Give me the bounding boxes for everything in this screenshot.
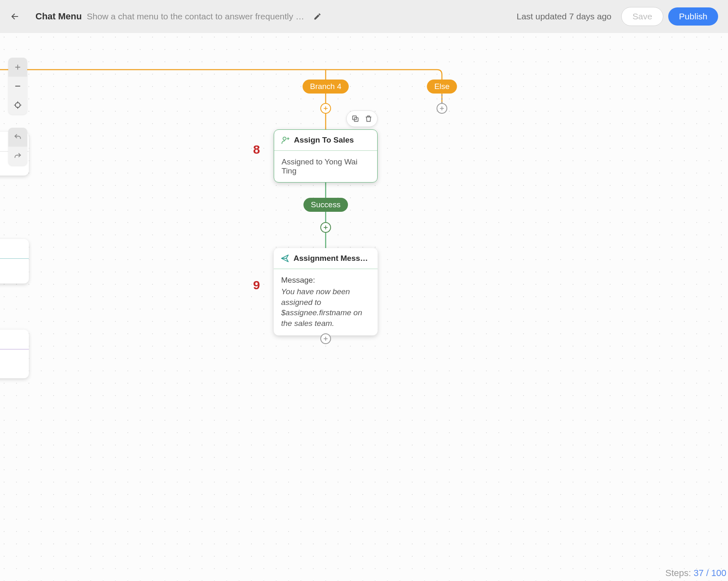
user-assign-icon [281, 136, 290, 145]
publish-button[interactable]: Publish [668, 7, 718, 26]
zoom-controls [8, 58, 27, 115]
recenter-button[interactable] [8, 96, 27, 115]
last-updated-text: Last updated 7 days ago [517, 12, 611, 21]
partial-node-body [0, 259, 29, 283]
partial-node-header: ns Im… [0, 239, 29, 259]
partial-node-body [0, 349, 29, 378]
send-icon [280, 254, 289, 263]
step-number: 9 [253, 278, 260, 292]
partial-node-card[interactable]: s Tag [0, 330, 29, 378]
status-pill-success: Success [303, 198, 348, 212]
message-text: You have now been assigned to $assignee.… [281, 286, 370, 329]
partial-node-header: s Tag [0, 330, 29, 349]
node-actions [346, 110, 378, 127]
add-step-button[interactable] [320, 333, 331, 344]
history-controls [8, 128, 27, 166]
back-arrow-icon[interactable] [10, 12, 20, 21]
zoom-out-button[interactable] [8, 77, 27, 96]
add-step-button[interactable] [320, 222, 331, 233]
trash-icon[interactable] [364, 115, 373, 123]
redo-button[interactable] [8, 147, 27, 166]
branch-pill-else[interactable]: Else [427, 80, 457, 94]
save-button[interactable]: Save [621, 7, 663, 26]
message-label: Message: [281, 276, 370, 285]
node-assign-to-sales[interactable]: Assign To Sales Assigned to Yong Wai Tin… [274, 129, 378, 183]
node-assignment-message[interactable]: Assignment Message: S… Message: You have… [274, 248, 378, 335]
partial-node-card[interactable]: ns Im… [0, 239, 29, 283]
branch-pill-branch4[interactable]: Branch 4 [303, 80, 349, 94]
page-title: Chat Menu [35, 11, 82, 22]
steps-counter: Steps: 37 / 100 [665, 568, 726, 579]
page-subtitle: Show a chat menu to the contact to answe… [87, 12, 305, 21]
undo-button[interactable] [8, 128, 27, 147]
add-step-button[interactable] [320, 103, 331, 114]
node-body-text: Assigned to Yong Wai Ting [274, 151, 377, 182]
copy-icon[interactable] [351, 115, 359, 123]
svg-point-0 [15, 103, 20, 108]
node-title: Assignment Message: S… [294, 254, 371, 263]
step-number: 8 [253, 143, 260, 157]
add-step-button[interactable] [437, 103, 447, 114]
zoom-in-button[interactable] [8, 58, 27, 77]
svg-point-3 [283, 137, 286, 140]
node-title: Assign To Sales [294, 136, 354, 145]
edit-icon[interactable] [313, 12, 322, 21]
